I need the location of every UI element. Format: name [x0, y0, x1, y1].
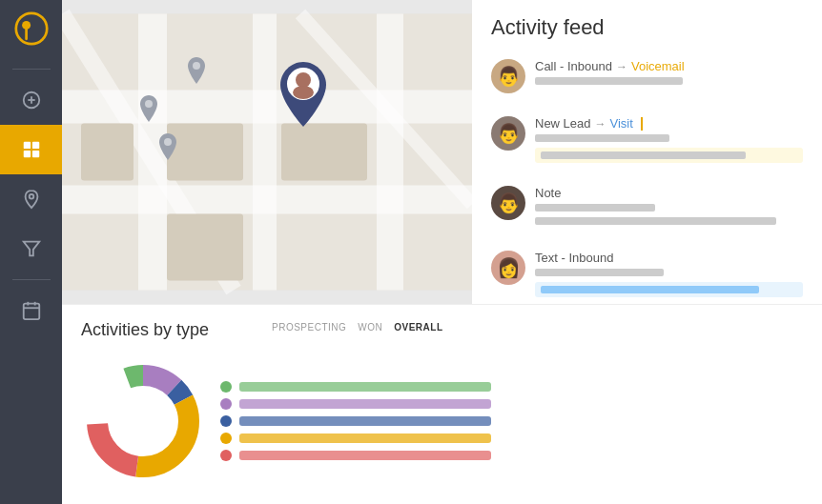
svg-point-28 — [193, 62, 200, 70]
feed-content: Text - Inbound — [535, 251, 803, 297]
activity-feed: Activity feed 👨Call - Inbound → Voicemai… — [472, 0, 822, 304]
svg-rect-9 — [31, 151, 38, 157]
feed-bar-1 — [535, 204, 655, 212]
feed-title-row: Note — [535, 186, 803, 200]
donut-chart — [81, 359, 205, 483]
feed-item: 👨Note — [491, 180, 803, 233]
svg-rect-24 — [167, 124, 243, 181]
feed-type: Call - Inbound — [535, 59, 612, 73]
feed-arrow: → — [595, 117, 606, 131]
feed-type: New Lead — [535, 116, 591, 131]
sidebar-divider-2 — [12, 279, 51, 280]
feed-bar-container — [535, 134, 803, 163]
feed-title-row: New Lead → Visit — [535, 116, 803, 131]
svg-rect-27 — [81, 124, 134, 181]
feed-type: Note — [535, 186, 561, 200]
feed-bar-2 — [541, 151, 746, 159]
tab-won[interactable]: WON — [358, 322, 382, 333]
activities-title: Activities by type — [81, 320, 209, 340]
feed-avatar: 👩 — [491, 251, 525, 285]
feed-bar-1 — [535, 134, 669, 142]
sidebar-item-dashboard[interactable] — [0, 125, 62, 174]
activities-section: Activities by type PROSPECTING WON OVERA… — [81, 320, 491, 483]
sidebar-item-location[interactable] — [0, 174, 62, 224]
svg-rect-26 — [167, 214, 243, 281]
legend-bar-track — [239, 451, 491, 460]
legend-item — [220, 415, 491, 427]
legend-dot — [220, 433, 232, 444]
legend-bars — [220, 381, 491, 461]
feed-bar-container — [535, 204, 803, 228]
svg-rect-25 — [281, 124, 367, 181]
tab-prospecting[interactable]: PROSPECTING — [272, 322, 346, 333]
sidebar-item-calendar[interactable] — [0, 286, 62, 335]
legend-dot — [220, 381, 232, 393]
feed-item: 👨New Lead → Visit — [491, 111, 803, 169]
sidebar-divider-1 — [12, 69, 51, 70]
feed-separator — [641, 117, 643, 131]
map-pin-3 — [157, 133, 178, 160]
legend-item — [220, 433, 491, 444]
bottom-section: Activities by type PROSPECTING WON OVERA… — [62, 304, 822, 504]
feed-type: Text - Inbound — [535, 251, 613, 265]
feed-avatar: 👨 — [491, 116, 525, 151]
legend-dot — [220, 450, 232, 461]
activities-header: Activities by type PROSPECTING WON OVERA… — [81, 320, 491, 350]
legend-dot — [220, 415, 232, 427]
feed-items-container: 👨Call - Inbound → Voicemail👨New Lead → V… — [491, 53, 803, 304]
feed-bar-1 — [535, 269, 664, 276]
legend-item — [220, 450, 491, 461]
svg-rect-6 — [23, 142, 30, 149]
top-section: Activity feed 👨Call - Inbound → Voicemai… — [62, 0, 822, 304]
feed-avatar: 👨 — [491, 186, 525, 220]
map-area — [62, 0, 472, 304]
svg-point-10 — [29, 194, 33, 199]
feed-arrow: → — [616, 60, 627, 73]
svg-point-29 — [145, 100, 153, 108]
map-pin-main — [277, 62, 330, 127]
feed-link[interactable]: Visit — [610, 116, 633, 131]
svg-point-30 — [164, 138, 172, 146]
tab-overall[interactable]: OVERALL — [394, 322, 442, 333]
svg-point-0 — [15, 13, 46, 44]
feed-highlight-blue — [535, 282, 803, 297]
svg-rect-12 — [23, 304, 39, 320]
feed-title-row: Text - Inbound — [535, 251, 803, 265]
svg-marker-11 — [23, 242, 39, 256]
legend-bar-track — [239, 416, 491, 426]
legend-dot — [220, 398, 232, 410]
app-logo[interactable] — [14, 11, 49, 46]
svg-rect-21 — [377, 14, 403, 291]
feed-avatar: 👨 — [491, 59, 525, 93]
svg-point-34 — [293, 86, 314, 99]
svg-point-40 — [109, 387, 177, 455]
sidebar-item-filter[interactable] — [0, 224, 62, 273]
legend-item — [220, 398, 491, 410]
feed-bar-container — [535, 269, 803, 297]
feed-content: Call - Inbound → Voicemail — [535, 59, 803, 88]
activities-body — [81, 359, 491, 483]
svg-rect-7 — [31, 142, 38, 149]
svg-rect-20 — [253, 14, 277, 291]
legend-item — [220, 381, 491, 393]
legend-bar-track — [239, 433, 491, 443]
legend-bar-track — [239, 382, 491, 392]
feed-bar-1 — [535, 77, 683, 85]
main-content: Activity feed 👨Call - Inbound → Voicemai… — [62, 0, 822, 504]
activity-feed-title: Activity feed — [491, 15, 803, 40]
feed-link[interactable]: Voicemail — [631, 59, 685, 73]
feed-bar-2 — [535, 217, 776, 225]
feed-item: 👨Call - Inbound → Voicemail — [491, 53, 803, 99]
map-pin-1 — [186, 57, 207, 84]
feed-content: Note — [535, 186, 803, 228]
svg-point-33 — [296, 72, 311, 88]
legend-bar-track — [239, 399, 491, 409]
feed-item: 👩Text - Inbound — [491, 245, 803, 303]
sidebar — [0, 0, 62, 504]
feed-highlight — [535, 148, 803, 163]
sidebar-item-add[interactable] — [0, 75, 62, 125]
svg-rect-8 — [23, 151, 30, 157]
feed-content: New Lead → Visit — [535, 116, 803, 163]
map-pin-2 — [138, 95, 159, 122]
feed-bar-2 — [541, 286, 759, 293]
